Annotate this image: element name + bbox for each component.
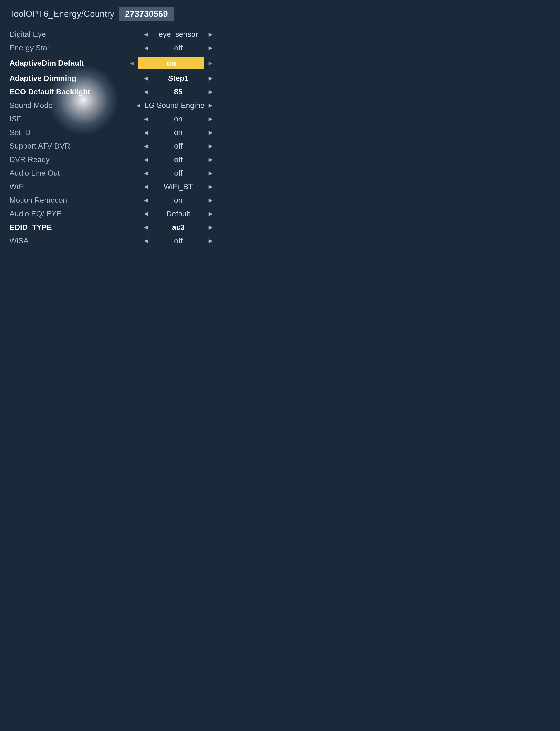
arrow-right-adaptive-dim-default[interactable]: ► [207, 59, 214, 67]
arrow-right-adaptive-dimming[interactable]: ► [207, 75, 214, 82]
setting-row-eco-default-backlight: ECO Default Backlight◄85► [10, 85, 214, 99]
arrow-right-audio-eq-eye[interactable]: ► [207, 210, 214, 218]
setting-label-adaptive-dim-default: AdaptiveDim Default [10, 59, 100, 68]
setting-value-group-wifi: ◄WiFi_BT► [100, 182, 214, 191]
arrow-left-dvr-ready[interactable]: ◄ [143, 156, 150, 164]
setting-row-energy-star: Energy Star◄off► [10, 41, 214, 55]
arrow-right-eco-default-backlight[interactable]: ► [207, 88, 214, 96]
settings-list: Digital Eye◄eye_sensor►Energy Star◄off►A… [10, 28, 214, 248]
arrow-right-digital-eye[interactable]: ► [207, 31, 214, 38]
setting-value-group-dvr-ready: ◄off► [100, 155, 214, 164]
setting-value-support-atv-dvr: off [152, 142, 204, 150]
setting-row-dvr-ready: DVR Ready◄off► [10, 153, 214, 166]
setting-value-adaptive-dimming: Step1 [152, 74, 204, 83]
setting-value-wisa: off [152, 237, 204, 245]
header-value: 273730569 [119, 7, 174, 21]
arrow-left-adaptive-dimming[interactable]: ◄ [143, 75, 150, 82]
arrow-left-wifi[interactable]: ◄ [143, 183, 150, 191]
page-title: ToolOPT6_Energy/Country [10, 9, 115, 19]
arrow-left-eco-default-backlight[interactable]: ◄ [143, 88, 150, 96]
arrow-right-sound-mode[interactable]: ► [207, 102, 214, 109]
setting-row-adaptive-dimming: Adaptive Dimming◄Step1► [10, 72, 214, 85]
setting-value-dvr-ready: off [152, 155, 204, 164]
setting-label-digital-eye: Digital Eye [10, 30, 100, 39]
arrow-right-edid-type[interactable]: ► [207, 224, 214, 231]
setting-value-group-edid-type: ◄ac3► [100, 223, 214, 232]
setting-value-edid-type: ac3 [152, 223, 204, 232]
arrow-right-wisa[interactable]: ► [207, 237, 214, 245]
arrow-left-edid-type[interactable]: ◄ [143, 224, 150, 231]
setting-value-audio-eq-eye: Default [152, 209, 204, 218]
setting-value-group-audio-line-out: ◄off► [100, 169, 214, 178]
arrow-left-audio-eq-eye[interactable]: ◄ [143, 210, 150, 218]
arrow-right-support-atv-dvr[interactable]: ► [207, 142, 214, 150]
setting-value-digital-eye: eye_sensor [152, 30, 204, 39]
setting-label-edid-type: EDID_TYPE [10, 223, 100, 232]
setting-value-group-isf: ◄on► [100, 115, 214, 123]
setting-value-group-sound-mode: ◄LG Sound Engine► [100, 101, 214, 110]
setting-value-isf: on [152, 115, 204, 123]
setting-value-group-wisa: ◄off► [100, 237, 214, 245]
arrow-left-support-atv-dvr[interactable]: ◄ [143, 142, 150, 150]
setting-row-wisa: WiSA◄off► [10, 234, 214, 248]
setting-value-group-adaptive-dimming: ◄Step1► [100, 74, 214, 83]
arrow-left-adaptive-dim-default[interactable]: ◄ [129, 59, 135, 67]
setting-label-energy-star: Energy Star [10, 44, 100, 52]
arrow-right-dvr-ready[interactable]: ► [207, 156, 214, 164]
setting-value-group-audio-eq-eye: ◄Default► [100, 209, 214, 218]
setting-label-eco-default-backlight: ECO Default Backlight [10, 87, 100, 96]
arrow-left-motion-remocon[interactable]: ◄ [143, 197, 150, 204]
setting-value-eco-default-backlight: 85 [152, 87, 204, 96]
header-row: ToolOPT6_Energy/Country 273730569 [10, 7, 214, 21]
setting-row-sound-mode: Sound Mode◄LG Sound Engine► [10, 99, 214, 112]
arrow-left-audio-line-out[interactable]: ◄ [143, 170, 150, 177]
setting-value-energy-star: off [152, 44, 204, 52]
setting-value-adaptive-dim-default: on [138, 57, 204, 69]
arrow-left-set-id[interactable]: ◄ [143, 129, 150, 136]
setting-label-audio-eq-eye: Audio EQ/ EYE [10, 209, 100, 218]
setting-value-group-eco-default-backlight: ◄85► [100, 87, 214, 96]
setting-value-group-energy-star: ◄off► [100, 44, 214, 52]
arrow-left-sound-mode[interactable]: ◄ [135, 102, 142, 109]
arrow-right-motion-remocon[interactable]: ► [207, 197, 214, 204]
arrow-right-wifi[interactable]: ► [207, 183, 214, 191]
setting-row-edid-type: EDID_TYPE◄ac3► [10, 221, 214, 234]
setting-label-dvr-ready: DVR Ready [10, 155, 100, 164]
main-container: ToolOPT6_Energy/Country 273730569 Digita… [0, 0, 223, 255]
arrow-right-audio-line-out[interactable]: ► [207, 170, 214, 177]
arrow-left-digital-eye[interactable]: ◄ [143, 31, 150, 38]
setting-label-motion-remocon: Motion Remocon [10, 196, 100, 205]
setting-label-audio-line-out: Audio Line Out [10, 169, 100, 178]
setting-value-group-digital-eye: ◄eye_sensor► [100, 30, 214, 39]
setting-row-wifi: WiFi◄WiFi_BT► [10, 180, 214, 194]
setting-value-group-set-id: ◄on► [100, 128, 214, 137]
setting-label-adaptive-dimming: Adaptive Dimming [10, 74, 100, 83]
setting-row-digital-eye: Digital Eye◄eye_sensor► [10, 28, 214, 41]
setting-value-set-id: on [152, 128, 204, 137]
arrow-left-energy-star[interactable]: ◄ [143, 44, 150, 52]
setting-value-group-support-atv-dvr: ◄off► [100, 142, 214, 150]
setting-row-support-atv-dvr: Support ATV DVR◄off► [10, 139, 214, 153]
arrow-right-energy-star[interactable]: ► [207, 44, 214, 52]
setting-label-set-id: Set ID [10, 128, 100, 137]
setting-label-wifi: WiFi [10, 182, 100, 191]
arrow-left-wisa[interactable]: ◄ [143, 237, 150, 245]
setting-value-group-motion-remocon: ◄on► [100, 196, 214, 205]
setting-row-adaptive-dim-default: AdaptiveDim Default◄on► [10, 55, 214, 72]
arrow-right-isf[interactable]: ► [207, 115, 214, 123]
setting-row-isf: ISF◄on► [10, 112, 214, 126]
setting-label-wisa: WiSA [10, 237, 100, 245]
setting-value-group-adaptive-dim-default: ◄on► [100, 57, 214, 69]
arrow-right-set-id[interactable]: ► [207, 129, 214, 136]
setting-label-support-atv-dvr: Support ATV DVR [10, 142, 100, 150]
setting-row-audio-line-out: Audio Line Out◄off► [10, 166, 214, 180]
setting-label-isf: ISF [10, 115, 100, 123]
arrow-left-isf[interactable]: ◄ [143, 115, 150, 123]
setting-row-set-id: Set ID◄on► [10, 126, 214, 139]
setting-value-sound-mode: LG Sound Engine [145, 101, 205, 110]
setting-value-motion-remocon: on [152, 196, 204, 205]
setting-row-motion-remocon: Motion Remocon◄on► [10, 194, 214, 207]
setting-row-audio-eq-eye: Audio EQ/ EYE◄Default► [10, 207, 214, 221]
setting-value-wifi: WiFi_BT [152, 182, 204, 191]
setting-label-sound-mode: Sound Mode [10, 101, 100, 110]
